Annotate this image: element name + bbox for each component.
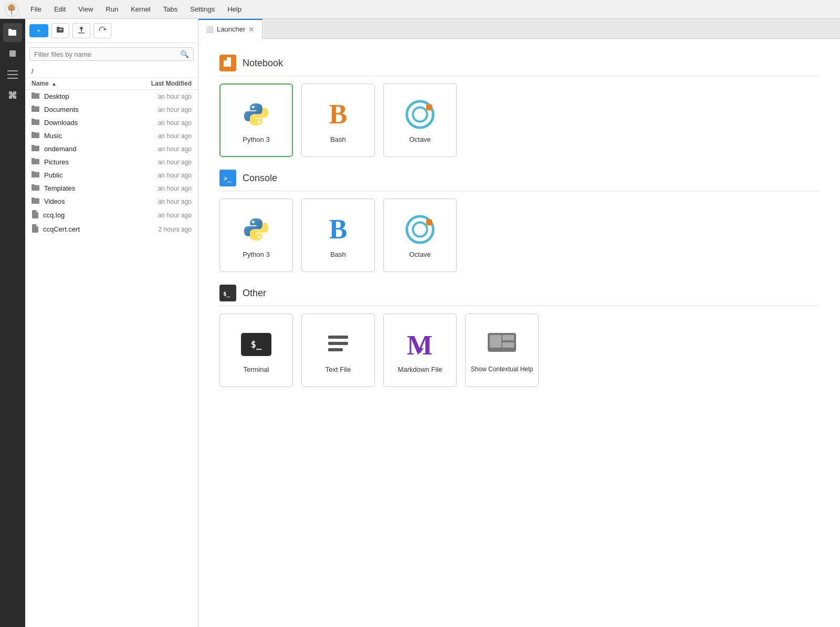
svg-rect-27 — [502, 335, 514, 340]
svg-point-7 — [252, 106, 255, 108]
file-item[interactable]: ccq.logan hour ago — [25, 208, 198, 222]
file-modified: an hour ago — [134, 119, 192, 127]
console-cards: Python 3 B Bash — [219, 198, 819, 272]
file-item[interactable]: Publican hour ago — [25, 169, 198, 182]
sidebar-icon-folder[interactable] — [3, 23, 22, 42]
menu-file[interactable]: File — [25, 3, 47, 15]
svg-rect-23 — [328, 348, 343, 351]
notebook-section-title: Notebook — [243, 58, 283, 69]
folder-icon — [32, 144, 40, 153]
octave-console-label: Octave — [405, 250, 435, 258]
card-octave-notebook[interactable]: Octave — [383, 83, 457, 157]
sidebar-icon-menu[interactable] — [3, 65, 22, 84]
bash-console-icon: B — [321, 213, 355, 246]
folder-icon — [32, 158, 40, 166]
section-header-console: >_ Console — [219, 170, 819, 191]
file-item[interactable]: Picturesan hour ago — [25, 155, 198, 169]
console-section-title: Console — [243, 173, 277, 184]
python3-notebook-label: Python 3 — [238, 135, 274, 143]
sidebar-icon-stop[interactable] — [3, 44, 22, 63]
file-name: Public — [44, 171, 134, 179]
refresh-button[interactable] — [93, 23, 111, 38]
notebook-section-icon — [219, 55, 236, 71]
svg-text:M: M — [407, 330, 433, 360]
column-name[interactable]: Name ▲ — [32, 80, 134, 87]
file-item[interactable]: Documentsan hour ago — [25, 103, 198, 116]
new-launcher-button[interactable]: + — [29, 24, 48, 37]
card-bash-notebook[interactable]: B Bash — [301, 83, 375, 157]
file-modified: an hour ago — [134, 145, 192, 153]
card-contextual-help[interactable]: Show Contextual Help — [465, 314, 539, 387]
tab-label: Launcher — [217, 25, 245, 33]
column-modified[interactable]: Last Modified — [134, 80, 192, 87]
svg-point-10 — [413, 107, 427, 121]
tab-bar: ⬜ Launcher ✕ — [198, 19, 840, 39]
card-terminal[interactable]: $_ Terminal — [219, 314, 293, 387]
bash-notebook-icon: B — [321, 98, 355, 131]
tab-close-button[interactable]: ✕ — [248, 25, 255, 34]
app-logo — [4, 2, 19, 17]
octave-notebook-label: Octave — [405, 135, 435, 143]
file-modified: an hour ago — [134, 212, 192, 219]
markdown-label: Markdown File — [394, 365, 447, 373]
file-item[interactable]: ondemandan hour ago — [25, 142, 198, 155]
file-name: Videos — [44, 197, 134, 205]
file-item[interactable]: Musican hour ago — [25, 129, 198, 142]
menu-help[interactable]: Help — [222, 3, 247, 15]
folder-icon — [32, 131, 40, 140]
textfile-icon — [321, 328, 355, 361]
launcher-tab[interactable]: ⬜ Launcher ✕ — [198, 19, 262, 39]
textfile-label: Text File — [321, 365, 355, 373]
menubar: File Edit View Run Kernel Tabs Settings … — [0, 0, 840, 19]
card-python3-notebook[interactable]: Python 3 — [219, 83, 293, 157]
python3-console-label: Python 3 — [238, 250, 274, 258]
sidebar-icon-puzzle[interactable] — [3, 86, 22, 105]
plus-icon: + — [37, 27, 41, 35]
menu-view[interactable]: View — [73, 3, 98, 15]
app-body: + 🔍 / Name ▲ Last Modified — [0, 19, 840, 627]
file-item[interactable]: ccqCert.cert2 hours ago — [25, 222, 198, 236]
upload-button[interactable] — [72, 23, 90, 38]
file-item[interactable]: Downloadsan hour ago — [25, 116, 198, 129]
svg-rect-26 — [490, 335, 501, 348]
menu-tabs[interactable]: Tabs — [158, 3, 183, 15]
file-item[interactable]: Videosan hour ago — [25, 195, 198, 208]
markdown-icon: M — [403, 328, 437, 361]
card-octave-console[interactable]: Octave — [383, 198, 457, 272]
file-modified: an hour ago — [134, 198, 192, 205]
folder-icon — [32, 105, 40, 114]
file-name: ccq.log — [43, 211, 134, 219]
svg-rect-11 — [426, 104, 433, 110]
section-notebook: Notebook — [219, 55, 819, 157]
file-item[interactable]: Templatesan hour ago — [25, 182, 198, 195]
card-python3-console[interactable]: Python 3 — [219, 198, 293, 272]
svg-rect-28 — [502, 342, 514, 348]
file-name: Pictures — [44, 158, 134, 166]
svg-rect-21 — [328, 336, 348, 339]
svg-rect-4 — [7, 78, 18, 79]
file-name: Templates — [44, 184, 134, 192]
card-markdown[interactable]: M Markdown File — [383, 314, 457, 387]
card-textfile[interactable]: Text File — [301, 314, 375, 387]
file-modified: 2 hours ago — [134, 226, 192, 233]
bash-console-label: Bash — [326, 250, 350, 258]
python3-console-icon — [239, 213, 273, 246]
search-icon: 🔍 — [180, 50, 189, 58]
folder-icon — [32, 197, 40, 206]
menu-edit[interactable]: Edit — [49, 3, 71, 15]
menu-kernel[interactable]: Kernel — [125, 3, 156, 15]
svg-point-15 — [258, 235, 260, 238]
menu-run[interactable]: Run — [100, 3, 123, 15]
terminal-label: Terminal — [239, 365, 273, 373]
file-modified: an hour ago — [134, 185, 192, 192]
new-folder-button[interactable] — [51, 23, 69, 38]
breadcrumb: / — [25, 65, 198, 78]
search-input[interactable] — [34, 50, 180, 58]
menu-settings[interactable]: Settings — [185, 3, 220, 15]
file-name: Music — [44, 132, 134, 140]
card-bash-console[interactable]: B Bash — [301, 198, 375, 272]
file-item[interactable]: Desktopan hour ago — [25, 90, 198, 103]
file-name: ccqCert.cert — [43, 225, 134, 233]
contextual-help-icon — [485, 328, 519, 361]
section-header-other: $_ Other — [219, 285, 819, 306]
